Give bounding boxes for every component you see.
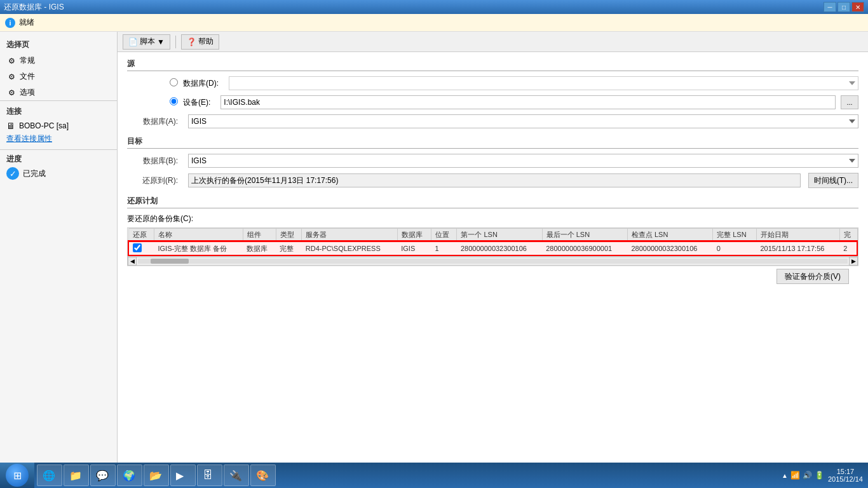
col-component: 组件 xyxy=(243,229,276,242)
device-radio[interactable] xyxy=(170,97,178,105)
restore-to-row: 还原到(R): 时间线(T)... xyxy=(127,173,858,188)
sql-icon: 🗄 xyxy=(203,470,213,481)
server-icon: 🖥 xyxy=(6,121,15,131)
database-a-select[interactable]: IGIS xyxy=(188,114,858,128)
col-server: 服务器 xyxy=(302,229,397,242)
taskbar-item-sqlserver[interactable]: 🗄 xyxy=(197,464,222,486)
info-text: 就绪 xyxy=(19,17,34,28)
connection-title: 连接 xyxy=(6,106,111,117)
general-icon: ⚙ xyxy=(6,56,17,66)
col-type: 类型 xyxy=(276,229,302,242)
vs-icon: ▶ xyxy=(176,470,184,482)
col-name: 名称 xyxy=(154,229,243,242)
validate-button[interactable]: 验证备份介质(V) xyxy=(776,269,849,284)
database-b-select[interactable]: IGIS xyxy=(188,154,858,168)
qq-icon: 💬 xyxy=(96,470,109,482)
target-section: 目标 数据库(B): IGIS 还原到(R): 时间线(T)... xyxy=(127,136,858,188)
backup-table: 还原 名称 组件 类型 服务器 数据库 位置 第一个 LSN 最后一个 LSN … xyxy=(128,228,858,256)
taskbar-item-network[interactable]: 🔌 xyxy=(224,464,249,486)
paint-icon: 🎨 xyxy=(256,470,269,482)
progress-status: 已完成 xyxy=(23,168,46,179)
col-last-lsn: 最后一个 LSN xyxy=(542,229,627,242)
scroll-right-arrow[interactable]: ▶ xyxy=(849,257,858,266)
cell-start-date: 2015/11/13 17:17:56 xyxy=(756,241,839,255)
help-icon: ❓ xyxy=(187,37,196,46)
database-b-row: 数据库(B): IGIS xyxy=(127,154,858,168)
progress-item: ✓ 已完成 xyxy=(6,167,111,180)
cell-type: 完整 xyxy=(276,241,302,255)
info-icon: i xyxy=(5,18,15,28)
database-radio[interactable] xyxy=(170,78,178,86)
device-input[interactable] xyxy=(220,95,836,109)
database-radio-row: 数据库(D): xyxy=(127,76,858,90)
sidebar-item-label-options: 选项 xyxy=(20,87,35,98)
files-icon: ⚙ xyxy=(6,72,17,82)
system-tray: ▲ 📶 🔊 🔋 xyxy=(782,471,824,480)
taskbar-item-chrome[interactable]: 🌍 xyxy=(117,464,142,486)
cell-position: 1 xyxy=(431,241,457,255)
start-button[interactable]: ⊞ xyxy=(0,463,34,488)
clock-date: 2015/12/14 xyxy=(828,475,863,483)
col-start-date: 开始日期 xyxy=(756,229,839,242)
scroll-left-arrow[interactable]: ◀ xyxy=(128,257,137,266)
title-bar-controls: ─ □ ✕ xyxy=(824,2,864,12)
taskbar-item-ie[interactable]: 🌐 xyxy=(37,464,62,486)
sidebar-item-options[interactable]: ⚙ 选项 xyxy=(0,85,117,100)
database-a-label: 数据库(A): xyxy=(127,116,178,127)
title-bar-title: 还原数据库 - IGIS xyxy=(4,2,64,13)
col-complete-lsn: 完整 LSN xyxy=(713,229,757,242)
sidebar-item-files[interactable]: ⚙ 文件 xyxy=(0,69,117,85)
taskbar-item-qq[interactable]: 💬 xyxy=(90,464,116,486)
taskbar-item-paint[interactable]: 🎨 xyxy=(250,464,276,486)
sidebar: 选择页 ⚙ 常规 ⚙ 文件 ⚙ 选项 连接 🖥 BOBO-PC [sa] 查看连… xyxy=(0,32,118,463)
maximize-button[interactable]: □ xyxy=(837,2,850,12)
taskbar-item-explorer[interactable]: 📁 xyxy=(64,464,89,486)
cell-component: 数据库 xyxy=(243,241,276,255)
device-radio-label[interactable]: 设备(E): xyxy=(183,97,210,108)
help-button[interactable]: ❓ 帮助 xyxy=(181,34,219,50)
database-source-select[interactable] xyxy=(229,76,858,90)
form-content: 源 数据库(D): 设备(E): xyxy=(118,52,868,463)
plan-section: 还原计划 要还原的备份集(C): 还原 名称 组件 类型 服务器 数据库 xyxy=(127,196,858,287)
restore-checkbox[interactable] xyxy=(133,243,142,252)
network-icon: 🔌 xyxy=(229,470,242,482)
script-dropdown-icon: ▼ xyxy=(157,37,165,46)
connection-panel: 连接 🖥 BOBO-PC [sa] 查看连接属性 xyxy=(0,100,117,149)
table-row: IGIS-完整 数据库 备份 数据库 完整 RD4-PC\SQLEXPRESS … xyxy=(128,241,857,255)
cell-restore[interactable] xyxy=(128,241,154,255)
windows-icon: ⊞ xyxy=(13,470,22,482)
progress-panel: 进度 ✓ 已完成 xyxy=(0,149,117,184)
cell-first-lsn: 28000000032300106 xyxy=(457,241,542,255)
col-end: 完 xyxy=(839,229,857,242)
backup-table-container: 还原 名称 组件 类型 服务器 数据库 位置 第一个 LSN 最后一个 LSN … xyxy=(127,227,858,257)
source-section-header: 源 xyxy=(127,58,858,71)
target-section-header: 目标 xyxy=(127,136,858,149)
cell-last-lsn: 28000000036900001 xyxy=(542,241,627,255)
col-position: 位置 xyxy=(431,229,457,242)
cell-checkpoint-lsn: 28000000032300106 xyxy=(627,241,712,255)
sidebar-item-label-general: 常规 xyxy=(20,55,35,66)
minimize-button[interactable]: ─ xyxy=(824,2,836,12)
browse-button[interactable]: ... xyxy=(841,95,858,109)
info-bar: i 就绪 xyxy=(0,14,868,32)
taskbar-right: ▲ 📶 🔊 🔋 15:17 2015/12/14 xyxy=(776,468,868,483)
clock[interactable]: 15:17 2015/12/14 xyxy=(828,468,863,483)
timeline-button[interactable]: 时间线(T)... xyxy=(808,173,858,188)
cell-database: IGIS xyxy=(397,241,431,255)
database-radio-label[interactable]: 数据库(D): xyxy=(183,78,219,89)
device-radio-row: 设备(E): ... xyxy=(127,95,858,109)
script-button[interactable]: 📄 脚本 ▼ xyxy=(123,34,170,50)
cell-end: 2 xyxy=(839,241,857,255)
sidebar-item-general[interactable]: ⚙ 常规 xyxy=(0,53,117,69)
toolbar-separator xyxy=(175,36,176,48)
restore-to-input xyxy=(188,173,801,187)
tray-up-icon[interactable]: ▲ xyxy=(782,472,788,479)
close-button[interactable]: ✕ xyxy=(851,2,864,12)
horizontal-scrollbar[interactable]: ◀ ▶ xyxy=(127,257,858,266)
col-checkpoint-lsn: 检查点 LSN xyxy=(627,229,712,242)
taskbar-item-folder[interactable]: 📂 xyxy=(144,464,169,486)
title-bar: 还原数据库 - IGIS ─ □ ✕ xyxy=(0,0,868,14)
connection-properties-link[interactable]: 查看连接属性 xyxy=(6,133,111,144)
taskbar-item-vs[interactable]: ▶ xyxy=(170,464,196,486)
scroll-thumb[interactable] xyxy=(151,259,189,264)
